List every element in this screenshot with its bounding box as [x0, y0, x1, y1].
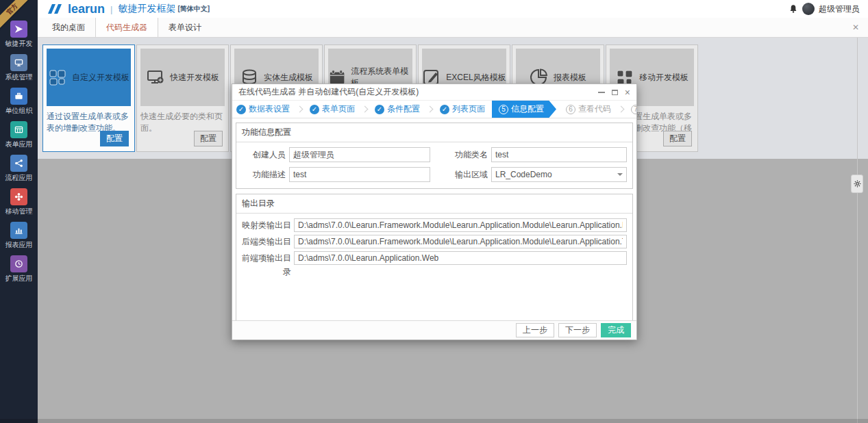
window-controls [598, 88, 630, 97]
card-title: 移动开发模板 [639, 72, 689, 84]
tab-my-desktop[interactable]: 我的桌面 [42, 18, 95, 37]
configure-button[interactable]: 配置 [663, 131, 692, 146]
section-title: 输出目录 [236, 194, 632, 214]
step-form-page[interactable]: 表单页面 [310, 103, 355, 115]
product-name: 敏捷开发框架 [118, 3, 175, 15]
mapping-output-input[interactable] [294, 218, 627, 232]
gear-icon [854, 180, 861, 188]
tab-form-design[interactable]: 表单设计 [158, 18, 212, 37]
close-all-tabs-icon[interactable] [852, 23, 859, 32]
output-area-label: 输出区域 [430, 169, 488, 181]
bottom-shade [0, 419, 868, 423]
card-title: 报表模板 [554, 72, 586, 84]
card-title: 快速开发模板 [170, 72, 219, 84]
step-data-table[interactable]: 数据表设置 [236, 103, 290, 115]
card-title: 实体生成模板 [264, 72, 313, 84]
learun-logo-icon [46, 3, 64, 14]
step-info-config[interactable]: 5 信息配置 [492, 101, 556, 118]
sidebar-item-label: 系统管理 [0, 73, 38, 81]
paper-plane-icon [10, 21, 27, 38]
maximize-icon[interactable] [612, 90, 618, 95]
locale-tag: [简体中文] [177, 4, 210, 14]
bell-icon[interactable] [789, 4, 798, 14]
tab-code-generator[interactable]: 代码生成器 [95, 18, 158, 37]
class-name-input[interactable] [491, 147, 627, 162]
flower-icon [10, 188, 27, 205]
configure-button[interactable]: 配置 [100, 131, 129, 146]
description-input[interactable] [289, 167, 430, 182]
frontend-output-input[interactable] [294, 251, 627, 265]
brand: learun | 敏捷开发框架 [简体中文] [46, 2, 210, 16]
share-icon [10, 155, 27, 172]
avatar[interactable] [802, 3, 815, 15]
tab-bar: 我的桌面 代码生成器 表单设计 [38, 18, 868, 38]
dialog-footer: 上一步 下一步 完成 [232, 320, 636, 339]
step-number: 6 [566, 105, 575, 114]
sidebar-item-extension-app[interactable]: 扩展应用 [0, 255, 38, 283]
chevron-separator-icon [362, 106, 369, 113]
sidebar: 敏捷开发 系统管理 单位组织 表单应用 流程应用 移动管理 报表应用 [0, 0, 38, 423]
user-name: 超级管理员 [819, 3, 860, 15]
wizard-steps: 数据表设置 表单页面 条件配置 列表页面 5 信息配置 6 [232, 101, 636, 118]
sidebar-item-form-app[interactable]: 表单应用 [0, 121, 38, 149]
sidebar-item-label: 敏捷开发 [0, 40, 38, 48]
check-icon [236, 105, 246, 114]
sidebar-item-mobile-mgmt[interactable]: 移动管理 [0, 188, 38, 216]
dialog-body: 功能信息配置 创建人员 功能类名 功能描述 输出区域 [232, 118, 636, 320]
content-area: 自定义开发模板 通过设置生成单表或多表的增删改查功能。 配置 快速开发模板 快速… [38, 38, 868, 423]
chevron-down-icon [617, 173, 623, 176]
card-title: EXCEL风格模板 [446, 72, 506, 84]
finish-button[interactable]: 完成 [601, 323, 631, 337]
step-publish[interactable]: 7 发布功能 [631, 103, 636, 115]
class-name-label: 功能类名 [430, 149, 488, 161]
card-custom-dev-template[interactable]: 自定义开发模板 通过设置生成单表或多表的增删改查功能。 配置 [42, 44, 135, 152]
sidebar-item-org[interactable]: 单位组织 [0, 88, 38, 115]
sidebar-item-label: 报表应用 [0, 241, 38, 249]
section-title: 功能信息配置 [236, 123, 632, 142]
output-directory-section: 输出目录 映射类输出目录 后端类输出目录 前端项输出目录 [236, 194, 633, 326]
table-icon [10, 121, 27, 138]
mapping-output-label: 映射类输出目录 [242, 218, 291, 232]
sidebar-item-process-app[interactable]: 流程应用 [0, 155, 38, 182]
step-view-code[interactable]: 6 查看代码 [566, 103, 611, 115]
dialog-titlebar: 在线代码生成器 并自动创建代码(自定义开发模板) [232, 84, 636, 101]
check-icon [440, 105, 449, 114]
output-area-select[interactable] [491, 167, 627, 182]
step-number: 7 [631, 105, 636, 114]
check-icon [375, 105, 384, 114]
card-title: 自定义开发模板 [72, 72, 129, 84]
backend-output-label: 后端类输出目录 [242, 235, 291, 248]
chevron-separator-icon [427, 106, 434, 113]
briefcase-icon [10, 88, 27, 105]
sidebar-item-system-mgmt[interactable]: 系统管理 [0, 54, 38, 81]
sidebar-item-label: 单位组织 [0, 107, 38, 115]
creator-label: 创建人员 [242, 149, 286, 161]
top-header: learun | 敏捷开发框架 [简体中文] 超级管理员 [38, 0, 868, 18]
configure-button[interactable]: 配置 [194, 131, 223, 146]
bar-chart-icon [10, 222, 27, 239]
user-area[interactable]: 超级管理员 [789, 3, 860, 15]
description-label: 功能描述 [242, 169, 286, 181]
sidebar-item-label: 扩展应用 [0, 274, 38, 283]
sidebar-item-report-app[interactable]: 报表应用 [0, 222, 38, 249]
close-icon[interactable] [625, 88, 630, 97]
info-config-section: 功能信息配置 创建人员 功能类名 功能描述 输出区域 [236, 123, 633, 189]
dialog-title: 在线代码生成器 并自动创建代码(自定义开发模板) [238, 86, 419, 98]
code-generator-dialog: 在线代码生成器 并自动创建代码(自定义开发模板) 数据表设置 表单页面 条件配置 [232, 84, 637, 340]
sidebar-item-label: 流程应用 [0, 174, 38, 182]
brand-separator: | [110, 4, 112, 14]
step-condition-config[interactable]: 条件配置 [375, 103, 420, 115]
card-rapid-dev-template[interactable]: 快速开发模板 快速生成必要的类和页面。 配置 [136, 44, 229, 152]
next-step-button[interactable]: 下一步 [558, 323, 597, 337]
backend-output-input[interactable] [294, 235, 627, 248]
output-area-value[interactable] [491, 167, 627, 182]
prev-step-button[interactable]: 上一步 [516, 323, 554, 337]
creator-input[interactable] [289, 147, 430, 162]
sidebar-item-agile-dev[interactable]: 敏捷开发 [0, 21, 38, 48]
frontend-output-label: 前端项输出目录 [242, 251, 291, 279]
minimize-icon[interactable] [598, 92, 605, 93]
step-list-page[interactable]: 列表页面 [440, 103, 485, 115]
settings-handle[interactable] [851, 175, 863, 193]
step-number: 5 [499, 105, 508, 114]
chevron-separator-icon [297, 106, 303, 113]
